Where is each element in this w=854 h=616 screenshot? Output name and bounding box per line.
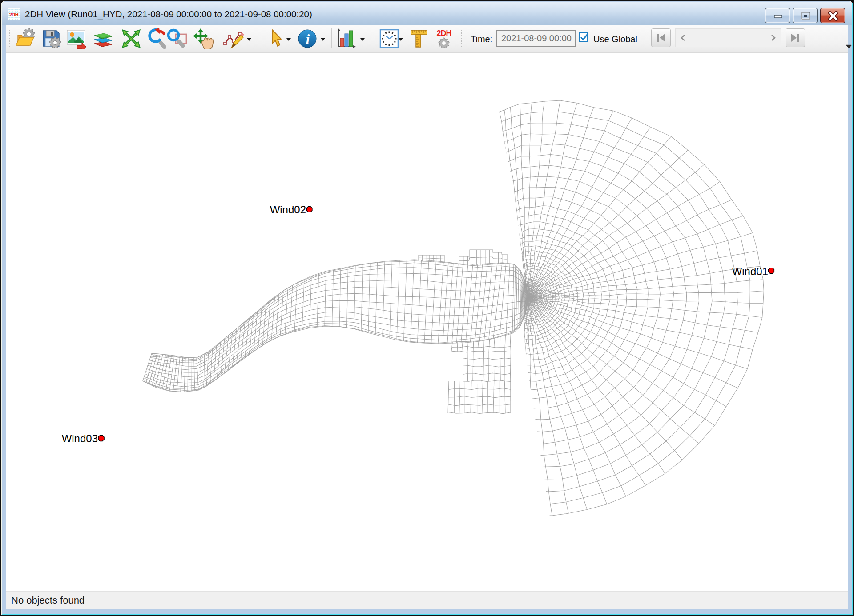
svg-text:Wind02: Wind02 bbox=[270, 204, 306, 216]
svg-text:Wind01: Wind01 bbox=[732, 265, 768, 277]
svg-text:2DH: 2DH bbox=[436, 29, 451, 38]
svg-text:2DH: 2DH bbox=[9, 12, 19, 17]
svg-text:i: i bbox=[306, 31, 310, 47]
svg-text:Wind03: Wind03 bbox=[62, 432, 98, 444]
